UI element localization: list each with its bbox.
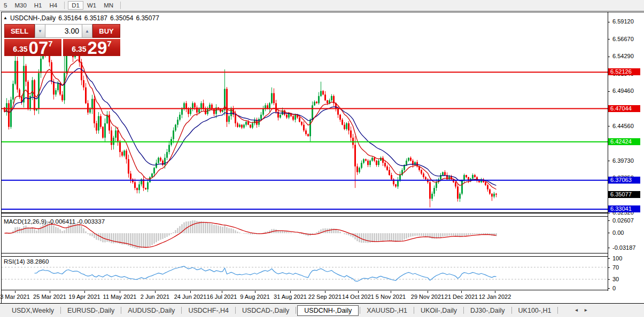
main-pane-bottom-border — [1, 212, 608, 213]
quote-high: 6.35187 — [84, 14, 107, 22]
timeframe-button-h4[interactable]: H4 — [45, 1, 61, 10]
date-label: 16 Jul 2021 — [203, 294, 240, 300]
date-label: 3 Mar 2021 — [0, 294, 34, 300]
rsi-pane-bottom-border — [1, 290, 608, 290]
sell-price-big: 07 — [29, 41, 49, 55]
trading-platform-window: 5M30H1H4D1W1MN ▲ USDCNH-,Daily 6.35164 6… — [0, 0, 644, 317]
sell-price-prefix: 6.35 — [13, 45, 27, 53]
macd-tick-mark — [608, 233, 610, 233]
rsi-value: 38.2860 — [27, 258, 49, 265]
price-tick-label: 6.44560 — [612, 123, 634, 130]
price-tick-mark — [608, 39, 610, 39]
tab-separator — [296, 307, 296, 314]
date-tick-mark — [391, 291, 391, 293]
level-price-label: 6.52126 — [608, 68, 640, 75]
chart-tab-audusd-daily[interactable]: AUDUSD-,Daily — [122, 305, 180, 316]
date-tick-mark — [222, 291, 222, 293]
tab-separator — [121, 307, 121, 314]
macd-value-signal: -0.003337 — [77, 218, 105, 225]
quote-open: 6.35164 — [58, 14, 81, 22]
sell-price-tile[interactable]: 6.35 07 7 — [4, 39, 61, 56]
sell-button[interactable]: SELL — [4, 24, 35, 38]
current-price-label: 6.35077 — [608, 191, 640, 198]
level-price-label: 6.47044 — [608, 105, 640, 112]
chart-header: ▲ USDCNH-,Daily 6.35164 6.35187 6.35054 … — [3, 14, 159, 22]
chart-tab-ukoil-daily[interactable]: UKOil-,Daily — [415, 305, 462, 316]
chart-tab-usdchf-h4[interactable]: USDCHF-,H4 — [183, 305, 234, 316]
volume-input[interactable] — [45, 24, 82, 38]
date-tick-mark — [428, 291, 428, 293]
toolbar-separator — [64, 2, 65, 9]
macd-tick-label: -0.03187 — [612, 244, 635, 251]
date-label: 21 Dec 2021 — [443, 294, 480, 300]
date-tick-mark — [190, 291, 191, 293]
toolbar-separator — [120, 2, 121, 9]
date-tick-mark — [50, 291, 50, 293]
price-tick-label: 6.59120 — [612, 18, 634, 25]
date-tick-mark — [84, 291, 85, 293]
price-tick-label: 6.49460 — [612, 88, 634, 94]
rsi-tick-label: 70 — [612, 264, 619, 271]
quote-low: 6.35054 — [110, 14, 133, 22]
buy-price-tile[interactable]: 6.35 29 7 — [63, 39, 120, 56]
tab-separator — [235, 307, 236, 314]
timeframe-button-w1[interactable]: W1 — [83, 1, 100, 10]
price-tick-mark — [608, 161, 610, 161]
volume-increase-button[interactable]: ▲ — [82, 24, 92, 38]
macd-tick-mark — [608, 248, 610, 248]
price-tick-label: 6.54290 — [612, 53, 634, 60]
macd-tick-label: 0.02607 — [612, 217, 634, 224]
chart-tabbar: USDX,WeeklyEURUSD-,DailyAUDUSD-,DailyUSD… — [0, 304, 644, 317]
date-tick-mark — [120, 291, 120, 293]
chart-tab-xauusd-h1[interactable]: XAUUSD-,H1 — [361, 305, 413, 316]
date-tick-mark — [255, 291, 255, 293]
date-label: 12 Jan 2022 — [476, 294, 514, 300]
date-tick-mark — [290, 291, 291, 293]
macd-name: MACD(12,26,9) — [4, 218, 46, 225]
timeframe-button-d1[interactable]: D1 — [68, 1, 83, 10]
date-tick-mark — [461, 291, 462, 293]
timeframe-button-h1[interactable]: H1 — [30, 1, 46, 10]
price-tick-mark — [608, 57, 610, 57]
tab-scroll-arrows[interactable]: ◂ ▸ — [575, 307, 590, 313]
rsi-tick-label: 30 — [612, 276, 619, 283]
macd-tick-mark — [608, 220, 610, 221]
chart-tab-uk100-h1[interactable]: UK100-,H1 — [513, 305, 557, 316]
tab-separator — [557, 307, 558, 314]
price-tick-label: 6.39730 — [612, 157, 634, 164]
chart-tab-usdx-weekly[interactable]: USDX,Weekly — [6, 305, 59, 316]
tab-separator — [360, 307, 360, 314]
price-axis-line — [608, 12, 608, 291]
buy-price-prefix: 6.35 — [72, 45, 86, 53]
chart-tab-usdcad-daily[interactable]: USDCAD-,Daily — [237, 305, 294, 316]
timeframe-button-mn[interactable]: MN — [100, 1, 117, 10]
sell-price-pip: 7 — [48, 39, 52, 48]
chart-tab-eurusd-daily[interactable]: EURUSD-,Daily — [62, 305, 120, 316]
price-tick-mark — [608, 22, 610, 22]
date-label: 19 Apr 2021 — [66, 294, 103, 300]
date-label: 25 Mar 2021 — [31, 294, 68, 300]
date-label: 29 Nov 2021 — [409, 294, 446, 300]
timeframe-button-5[interactable]: 5 — [0, 1, 11, 10]
tab-separator — [181, 307, 182, 314]
date-label: 5 Nov 2021 — [372, 294, 409, 300]
buy-button[interactable]: BUY — [92, 24, 120, 38]
chart-symbol-label: USDCNH-,Daily — [10, 14, 56, 22]
volume-decrease-button[interactable]: ▼ — [35, 24, 45, 38]
rsi-tick-mark — [608, 279, 610, 280]
tab-separator — [414, 307, 414, 314]
quote-close: 6.35077 — [136, 14, 159, 22]
tab-separator — [511, 307, 512, 314]
tab-separator — [463, 307, 464, 314]
one-click-trade-panel: SELL ▼ ▲ BUY 6.35 07 7 6.35 29 7 — [4, 24, 120, 56]
rsi-tick-mark — [608, 288, 610, 289]
rsi-tick-label: 0 — [612, 285, 616, 292]
date-tick-mark — [495, 291, 495, 293]
collapse-arrow-icon[interactable]: ▲ — [3, 15, 7, 22]
chart-tab-usdcnh-daily[interactable]: USDCNH-,Daily — [297, 305, 359, 316]
timeframe-toolbar: 5M30H1H4D1W1MN — [0, 0, 644, 11]
rsi-pane[interactable] — [2, 257, 608, 290]
timeframe-button-m30[interactable]: M30 — [11, 1, 30, 10]
chart-tab-dj30-daily[interactable]: DJ30-,Daily — [465, 305, 510, 316]
rsi-tick-mark — [608, 267, 610, 268]
